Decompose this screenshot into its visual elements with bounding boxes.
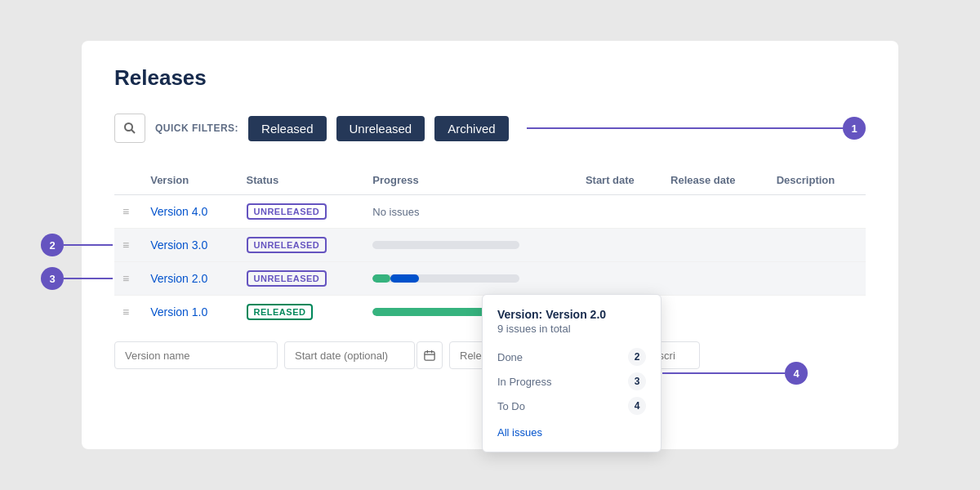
- progress-text: No issues: [372, 206, 419, 218]
- drag-handle-cell: ≡: [114, 296, 142, 329]
- status-badge: UNRELEASED: [247, 237, 327, 253]
- annotation-1-circle: 1: [843, 117, 866, 140]
- svg-line-1: [131, 130, 135, 133]
- annotation-4-circle: 4: [785, 362, 808, 385]
- releasedate-cell: [662, 296, 768, 329]
- table-header-row: Version Status Progress Start date Relea…: [114, 169, 866, 195]
- page-title: Releases: [114, 65, 866, 91]
- progress-bar: [372, 274, 519, 283]
- col-status: Status: [238, 169, 365, 195]
- progress-blue: [390, 274, 419, 283]
- drag-handle-icon[interactable]: ≡: [122, 205, 129, 218]
- col-version: Version: [142, 169, 238, 195]
- table-row: ≡ 2 Version 3.0 UNRELEASED: [114, 229, 866, 262]
- version-link[interactable]: Version 4.0: [150, 205, 207, 218]
- annotation-3-group: 3: [41, 267, 113, 290]
- progress-cell: No issues: [364, 195, 577, 229]
- filter-released-button[interactable]: Released: [248, 116, 326, 141]
- search-box[interactable]: [114, 114, 145, 143]
- status-cell: UNRELEASED: [238, 262, 365, 296]
- description-cell: [768, 262, 866, 296]
- tooltip-todo-count: 4: [628, 397, 646, 415]
- annotation-2-group: 2: [41, 234, 113, 256]
- releasedate-cell: [662, 229, 768, 262]
- version-link[interactable]: Version 3.0: [150, 238, 207, 252]
- annotation-3-line: [64, 278, 113, 279]
- col-releasedate: Release date: [662, 169, 768, 195]
- description-cell: [768, 229, 866, 262]
- filter-unreleased-button[interactable]: Unreleased: [336, 116, 425, 141]
- description-cell: [768, 195, 866, 229]
- tooltip-done-row: Done 2: [497, 345, 646, 369]
- drag-handle-cell: ≡: [114, 229, 142, 262]
- start-date-calendar-button[interactable]: [416, 341, 443, 369]
- tooltip-title: Version: Version 2.0: [497, 308, 646, 321]
- description-cell: [768, 296, 866, 329]
- quick-filters-label: QUICK FILTERS:: [155, 122, 238, 134]
- main-card: Releases QUICK FILTERS: Released Unrelea…: [82, 41, 898, 449]
- calendar-icon: [424, 350, 435, 361]
- startdate-cell: [577, 262, 662, 296]
- status-badge: UNRELEASED: [247, 270, 327, 287]
- version-cell: Version 4.0: [142, 195, 238, 229]
- version-link[interactable]: Version 1.0: [150, 305, 207, 318]
- annotation-4-group: 4: [662, 362, 808, 385]
- version-cell: 2 Version 3.0: [142, 229, 238, 262]
- drag-handle-cell: ≡: [114, 195, 142, 229]
- start-date-input[interactable]: [284, 341, 415, 369]
- table-row: ≡ 3 Version 2.0 UNRELEASED: [114, 262, 866, 296]
- progress-bar: [372, 241, 519, 249]
- status-badge: RELEASED: [247, 304, 314, 320]
- svg-rect-2: [425, 352, 434, 361]
- version-link[interactable]: Version 2.0: [150, 272, 207, 285]
- tooltip-subtitle: 9 issues in total: [497, 323, 646, 335]
- startdate-cell: [577, 195, 662, 229]
- tooltip-inprogress-label: In Progress: [497, 376, 551, 388]
- drag-handle-icon[interactable]: ≡: [122, 238, 129, 252]
- version-cell: 3 Version 2.0: [142, 262, 238, 296]
- col-description: Description: [768, 169, 866, 195]
- tooltip-inprogress-count: 3: [628, 372, 646, 390]
- releasedate-cell: [662, 262, 768, 296]
- annotation-3-circle: 3: [41, 267, 64, 290]
- col-drag: [114, 169, 142, 195]
- annotation-2-circle: 2: [41, 234, 64, 256]
- status-badge: UNRELEASED: [247, 203, 327, 220]
- table-row: ≡ Version 4.0 UNRELEASED No issues: [114, 195, 866, 229]
- filter-archived-button[interactable]: Archived: [434, 116, 508, 141]
- tooltip-done-label: Done: [497, 351, 523, 363]
- annotation-2-line: [64, 244, 113, 246]
- tooltip-done-count: 2: [628, 348, 646, 366]
- drag-handle-cell: ≡: [114, 262, 142, 296]
- progress-cell: [364, 262, 577, 296]
- filter-bar: QUICK FILTERS: Released Unreleased Archi…: [114, 114, 866, 143]
- search-icon: [123, 122, 136, 135]
- releasedate-cell: [662, 195, 768, 229]
- all-issues-link[interactable]: All issues: [497, 426, 646, 439]
- progress-cell: [364, 229, 577, 262]
- drag-handle-icon[interactable]: ≡: [122, 272, 129, 285]
- status-cell: UNRELEASED: [238, 195, 365, 229]
- svg-point-0: [125, 123, 132, 131]
- status-cell: RELEASED: [238, 296, 365, 329]
- version-name-input[interactable]: [114, 341, 278, 369]
- tooltip-todo-row: To Do 4: [497, 394, 646, 418]
- annotation-1-group: 1: [527, 117, 866, 140]
- drag-handle-icon[interactable]: ≡: [122, 305, 129, 318]
- tooltip-todo-label: To Do: [497, 400, 525, 412]
- tooltip-inprogress-row: In Progress 3: [497, 369, 646, 394]
- startdate-cell: [577, 229, 662, 262]
- version-cell: Version 1.0: [142, 296, 238, 329]
- annotation-4-line: [662, 372, 785, 374]
- col-progress: Progress: [364, 169, 577, 195]
- annotation-1-line: [527, 127, 843, 129]
- status-cell: UNRELEASED: [238, 229, 365, 262]
- tooltip-popup: Version: Version 2.0 9 issues in total D…: [482, 294, 662, 452]
- col-startdate: Start date: [577, 169, 662, 195]
- progress-green: [372, 274, 390, 283]
